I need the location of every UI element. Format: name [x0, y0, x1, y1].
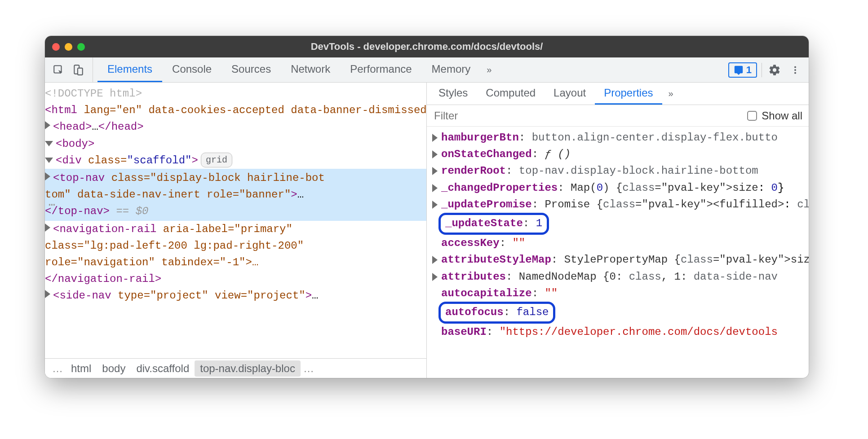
property-row[interactable]: baseURI: "https://developer.chrome.com/d… [432, 324, 809, 340]
tab-sources[interactable]: Sources [221, 57, 281, 82]
svg-rect-2 [78, 68, 83, 75]
property-row[interactable]: autocapitalize: "" [432, 285, 809, 302]
devtools-window: DevTools - developer.chrome.com/docs/dev… [45, 36, 809, 378]
property-row[interactable]: _changedProperties: Map(0) {class="pval-… [432, 180, 809, 196]
breadcrumb-body[interactable]: body [97, 360, 131, 377]
property-row[interactable]: hamburgerBtn: button.align-center.displa… [432, 129, 809, 146]
svg-point-3 [794, 66, 796, 68]
disclosure-triangle-icon[interactable] [45, 290, 50, 298]
gutter-ellipsis-icon: ⋯ [49, 197, 56, 214]
issues-button[interactable]: 1 [728, 62, 757, 78]
property-row[interactable]: attributes: NamedNodeMap {0: class, 1: d… [432, 268, 809, 285]
window-titlebar: DevTools - developer.chrome.com/docs/dev… [45, 36, 809, 57]
subtab-properties[interactable]: Properties [595, 83, 662, 105]
subtab-layout[interactable]: Layout [545, 83, 595, 105]
disclosure-triangle-icon[interactable] [45, 172, 50, 180]
disclosure-triangle-icon[interactable] [432, 201, 438, 209]
panel-body: ⋯ <!DOCTYPE html> <html lang="en" data-c… [45, 83, 809, 378]
issues-icon [734, 65, 744, 75]
dom-html-open[interactable]: <html lang="en" data-cookies-accepted da… [45, 102, 426, 119]
property-body: renderRoot: top-nav.display-block.hairli… [441, 162, 758, 179]
property-body: accessKey: "" [441, 235, 525, 251]
maximize-window-button[interactable] [77, 43, 85, 51]
dom-navigation-rail-close[interactable]: </navigation-rail> [45, 271, 426, 287]
close-window-button[interactable] [52, 43, 60, 51]
dom-selected-element[interactable]: <top-nav class="display-block hairline-b… [45, 169, 426, 221]
properties-filter-row: Show all [427, 105, 809, 127]
property-body: onStateChanged: ƒ () [441, 146, 571, 162]
disclosure-triangle-icon[interactable] [432, 150, 438, 158]
kebab-menu-icon[interactable] [787, 62, 803, 78]
property-body: baseURI: "https://developer.chrome.com/d… [441, 324, 778, 340]
selected-element-token: == $0 [116, 205, 148, 217]
property-body: attributes: NamedNodeMap {0: class, 1: d… [441, 268, 778, 285]
properties-filter-input[interactable] [433, 109, 743, 123]
toolbar-inspect-group [50, 57, 93, 82]
device-toolbar-icon[interactable] [70, 62, 86, 78]
dom-pane: ⋯ <!DOCTYPE html> <html lang="en" data-c… [45, 83, 427, 378]
property-row[interactable]: accessKey: "" [432, 235, 809, 251]
property-body: _changedProperties: Map(0) {class="pval-… [441, 180, 784, 196]
tab-performance[interactable]: Performance [340, 57, 421, 82]
disclosure-triangle-icon[interactable] [432, 256, 438, 264]
breadcrumb-overflow-right[interactable]: … [301, 362, 317, 375]
property-row[interactable]: renderRoot: top-nav.display-block.hairli… [432, 162, 809, 179]
breadcrumb-html[interactable]: html [66, 360, 97, 377]
dom-tree[interactable]: ⋯ <!DOCTYPE html> <html lang="en" data-c… [45, 83, 426, 358]
issues-count: 1 [746, 64, 752, 76]
tab-network[interactable]: Network [281, 57, 340, 82]
panel-tabs: Elements Console Sources Network Perform… [97, 57, 498, 82]
toolbar-right: 1 [728, 57, 803, 82]
property-body: _updatePromise: Promise {class="pval-key… [441, 196, 809, 213]
breadcrumb-div-scaffold[interactable]: div.scaffold [131, 360, 195, 377]
property-row[interactable]: _updatePromise: Promise {class="pval-key… [432, 196, 809, 213]
svg-point-5 [794, 72, 796, 74]
disclosure-triangle-icon[interactable] [45, 141, 53, 146]
settings-icon[interactable] [766, 62, 783, 78]
disclosure-triangle-icon[interactable] [45, 158, 53, 163]
show-all-label: Show all [762, 110, 802, 122]
toolbar-divider [762, 63, 762, 77]
disclosure-triangle-icon[interactable] [432, 167, 438, 175]
show-all-checkbox[interactable] [747, 111, 757, 121]
dom-doctype[interactable]: <!DOCTYPE html> [45, 85, 426, 102]
dom-head[interactable]: <head>…</head> [45, 119, 426, 135]
dom-navigation-rail[interactable]: <navigation-rail aria-label="primary" [45, 221, 426, 237]
tab-memory[interactable]: Memory [422, 57, 481, 82]
sidebar-tabs: Styles Computed Layout Properties » [427, 83, 809, 105]
disclosure-triangle-icon[interactable] [432, 134, 438, 142]
subtab-computed[interactable]: Computed [477, 83, 545, 105]
property-row[interactable]: attributeStyleMap: StylePropertyMap {cla… [432, 251, 809, 268]
dom-navigation-rail-l2[interactable]: class="lg:pad-left-200 lg:pad-right-200" [45, 237, 426, 254]
property-body: _updateState: 1 [441, 213, 549, 235]
traffic-lights [52, 43, 85, 51]
property-body: attributeStyleMap: StylePropertyMap {cla… [441, 251, 809, 268]
tab-console[interactable]: Console [162, 57, 221, 82]
disclosure-triangle-icon[interactable] [45, 224, 50, 232]
property-body: autofocus: false [441, 302, 555, 324]
dom-side-nav[interactable]: <side-nav type="project" view="project">… [45, 287, 426, 304]
property-row[interactable]: _updateState: 1 [432, 213, 809, 235]
sidebar-pane: Styles Computed Layout Properties » Show… [427, 83, 809, 378]
dom-div-scaffold[interactable]: <div class="scaffold">grid [45, 152, 426, 169]
grid-badge[interactable]: grid [201, 153, 232, 167]
disclosure-triangle-icon[interactable] [432, 273, 438, 281]
property-row[interactable]: onStateChanged: ƒ () [432, 146, 809, 162]
breadcrumb-overflow-left[interactable]: … [49, 362, 66, 375]
tab-elements[interactable]: Elements [97, 57, 162, 82]
dom-navigation-rail-l3[interactable]: role="navigation" tabindex="-1">… [45, 254, 426, 271]
disclosure-triangle-icon[interactable] [432, 184, 438, 192]
sidebar-tabs-overflow-icon[interactable]: » [662, 88, 680, 99]
dom-body-open[interactable]: <body> [45, 136, 426, 152]
tabs-overflow-icon[interactable]: » [480, 65, 498, 75]
minimize-window-button[interactable] [65, 43, 72, 51]
breadcrumb-selected[interactable]: top-nav.display-bloc [195, 360, 301, 377]
window-title: DevTools - developer.chrome.com/docs/dev… [45, 41, 809, 53]
disclosure-triangle-icon[interactable] [45, 121, 50, 129]
subtab-styles[interactable]: Styles [430, 83, 477, 105]
svg-point-4 [794, 69, 796, 70]
property-row[interactable]: autofocus: false [432, 302, 809, 324]
properties-list[interactable]: hamburgerBtn: button.align-center.displa… [427, 127, 809, 378]
inspect-element-icon[interactable] [50, 62, 66, 78]
property-body: hamburgerBtn: button.align-center.displa… [441, 129, 778, 146]
